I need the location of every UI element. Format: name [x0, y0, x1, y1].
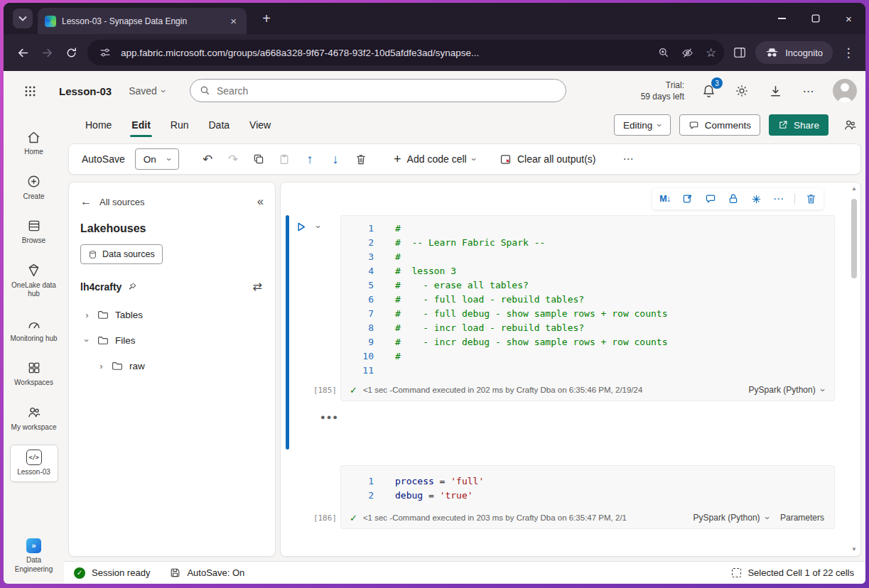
chevron-down-icon[interactable]: › [82, 337, 92, 344]
download-icon[interactable] [766, 82, 784, 100]
edit-cell-icon[interactable] [678, 190, 698, 207]
code-cell[interactable]: [186] 1process = 'full'2debug = 'true' ✓… [340, 465, 835, 529]
site-settings-icon[interactable] [97, 45, 113, 60]
avatar[interactable] [833, 79, 857, 103]
code-cell[interactable]: [185] 1#2# -- Learn Fabric Spark --3#4# … [340, 215, 835, 401]
menu-item-view[interactable]: View [239, 111, 281, 139]
eye-hidden-icon[interactable] [679, 45, 696, 61]
zoom-icon[interactable] [656, 45, 671, 60]
scrollbar-thumb[interactable] [851, 199, 857, 278]
bookmark-star-icon[interactable]: ☆ [703, 45, 718, 61]
run-cell-button[interactable] [295, 221, 307, 233]
menu-item-run[interactable]: Run [161, 111, 199, 139]
menu-item-home[interactable]: Home [75, 111, 122, 139]
new-tab-button[interactable]: + [257, 9, 276, 28]
copy-icon[interactable] [246, 148, 271, 170]
browser-tab[interactable]: Lesson-03 - Synapse Data Engin × [38, 8, 247, 34]
notebook-scrollbar[interactable]: ▲ ▼ [850, 185, 858, 554]
undo-icon[interactable]: ↶ [195, 148, 220, 170]
rail-item-data-engineering[interactable]: »Data Engineering [9, 533, 60, 578]
tab-search-button[interactable] [13, 9, 33, 28]
rail-item-browse[interactable]: Browse [9, 214, 60, 250]
global-search[interactable] [190, 79, 566, 102]
rail-item-my-workspace[interactable]: My workspace [9, 401, 60, 437]
menu-item-edit[interactable]: Edit [122, 111, 160, 139]
delete-cell-icon[interactable] [801, 190, 821, 207]
save-state-dropdown[interactable]: Saved › [129, 85, 165, 97]
collaborators-icon[interactable] [843, 118, 857, 132]
collapse-panel-icon[interactable]: « [257, 195, 264, 208]
back-arrow-icon[interactable]: ← [80, 195, 92, 208]
cell-code-0[interactable]: 1#2# -- Learn Fabric Spark --3#4# lesson… [341, 216, 834, 379]
freeze-cell-icon[interactable] [746, 190, 766, 207]
back-button[interactable] [11, 40, 35, 65]
rail-item-lesson-03[interactable]: </>Lesson-03 [10, 445, 58, 482]
move-down-icon[interactable]: ↓ [323, 148, 348, 170]
share-button[interactable]: Share [769, 114, 828, 136]
browser-navbar: app.fabric.microsoft.com/groups/a668a328… [4, 34, 865, 71]
rail-item-onelake-data-hub[interactable]: OneLake data hub [9, 258, 60, 303]
rail-item-home[interactable]: Home [9, 125, 60, 161]
forward-button[interactable] [35, 40, 59, 65]
kernel-chevron-icon[interactable]: › [762, 516, 772, 519]
tree-item-files[interactable]: ›Files [80, 327, 264, 353]
autosave-dropdown[interactable]: On › [135, 148, 179, 170]
notification-count-badge: 3 [711, 77, 723, 89]
cell-more-options-icon[interactable]: ⋯ [769, 190, 789, 207]
window-close-button[interactable]: × [832, 3, 865, 34]
app-launcher-icon[interactable] [18, 79, 42, 103]
line-number: 11 [341, 364, 374, 378]
notifications-bell-icon[interactable]: 3 [699, 82, 718, 100]
rail-item-workspaces[interactable]: Workspaces [9, 356, 60, 392]
reload-button[interactable] [59, 40, 83, 65]
code-text: debug = 'true' [395, 489, 473, 503]
database-icon [88, 250, 97, 259]
more-options-icon[interactable]: ⋯ [799, 82, 818, 100]
move-up-icon[interactable]: ↑ [297, 148, 323, 170]
rail-item-create[interactable]: Create [9, 170, 60, 206]
lock-icon[interactable] [723, 190, 743, 207]
chevron-down-icon: › [164, 158, 173, 160]
scroll-up-icon[interactable]: ▲ [851, 185, 857, 193]
line-number: 4 [341, 264, 374, 278]
paste-icon[interactable] [271, 148, 297, 170]
url-text[interactable]: app.fabric.microsoft.com/groups/a668a328… [121, 48, 648, 58]
redo-icon[interactable]: ↷ [220, 148, 246, 170]
delete-icon[interactable] [348, 148, 374, 170]
data-sources-button[interactable]: Data sources [80, 244, 163, 264]
chevron-right-icon[interactable]: › [97, 361, 105, 371]
scroll-down-icon[interactable]: ▼ [851, 545, 857, 554]
window-maximize-button[interactable] [799, 3, 832, 34]
cell-code-1[interactable]: 1process = 'full'2debug = 'true' [341, 466, 834, 507]
markdown-icon[interactable]: M↓ [655, 190, 675, 207]
address-bar[interactable]: app.fabric.microsoft.com/groups/a668a328… [87, 40, 724, 65]
toolbar-more-icon[interactable]: ⋯ [616, 148, 642, 170]
tree-item-raw[interactable]: ›raw [80, 353, 264, 379]
browser-menu-icon[interactable]: ⋮ [838, 45, 858, 60]
kernel-label[interactable]: PySpark (Python) [693, 513, 760, 523]
search-input[interactable] [217, 85, 556, 97]
comment-icon[interactable] [701, 190, 720, 207]
code-text: # -- Learn Fabric Spark -- [395, 236, 545, 250]
scrollbar-track[interactable] [850, 193, 858, 545]
pin-icon[interactable] [127, 282, 137, 292]
settings-gear-icon[interactable] [733, 82, 751, 100]
rail-item-monitoring-hub[interactable]: Monitoring hub [9, 312, 60, 348]
menu-item-data[interactable]: Data [199, 111, 240, 139]
side-panel-icon[interactable] [731, 44, 748, 61]
comments-button[interactable]: Comments [679, 114, 760, 136]
add-code-cell-button[interactable]: + Add code cell › [389, 148, 480, 170]
explorer-tree: ›Tables›Files›raw [80, 302, 264, 379]
tab-close-icon[interactable]: × [227, 14, 239, 28]
cell-actions-dots[interactable]: ●●● [320, 413, 339, 421]
clear-all-outputs-button[interactable]: Clear all output(s) [495, 148, 600, 170]
kernel-label[interactable]: PySpark (Python) [749, 385, 816, 395]
tree-item-tables[interactable]: ›Tables [80, 302, 264, 327]
lakehouse-name: lh4crafty [80, 281, 122, 293]
switch-lakehouse-icon[interactable]: ⇄ [253, 280, 262, 293]
kernel-chevron-icon[interactable]: › [818, 388, 827, 391]
editing-mode-dropdown[interactable]: Editing › [614, 114, 671, 136]
run-options-chevron-icon[interactable]: › [314, 225, 323, 228]
window-minimize-button[interactable] [765, 3, 799, 34]
chevron-right-icon[interactable]: › [83, 310, 91, 320]
